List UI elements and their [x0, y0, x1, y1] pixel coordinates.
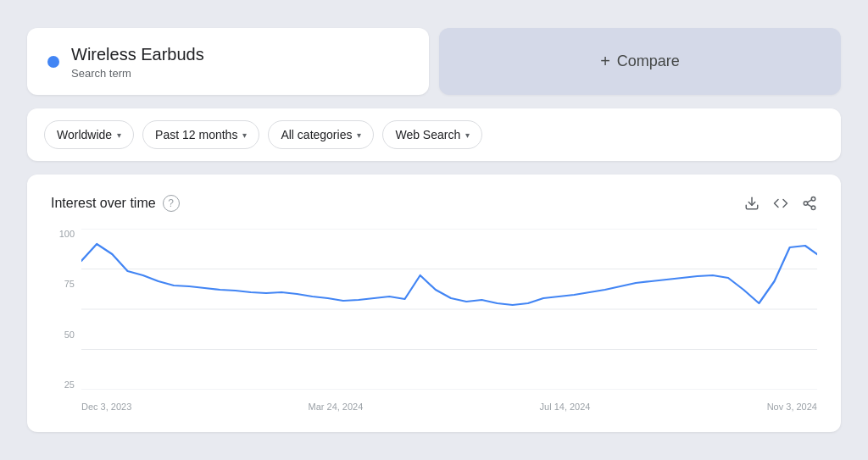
- y-label-25: 25: [64, 380, 75, 390]
- y-label-75: 75: [64, 279, 75, 289]
- term-color-dot: [47, 56, 59, 68]
- x-axis: Dec 3, 2023 Mar 24, 2024 Jul 14, 2024 No…: [81, 390, 817, 415]
- chart-header: Interest over time ?: [51, 195, 817, 212]
- x-label-jul: Jul 14, 2024: [540, 402, 591, 412]
- search-term-text: Wireless Earbuds Search term: [71, 43, 204, 80]
- chart-area: 100 75 50 25: [51, 229, 817, 415]
- svg-line-5: [807, 200, 811, 202]
- filters-card: Worldwide ▾ Past 12 months ▾ All categor…: [27, 108, 841, 161]
- filter-search-type-label: Web Search: [395, 128, 460, 141]
- chevron-down-icon: ▾: [465, 130, 470, 140]
- help-icon[interactable]: ?: [163, 195, 180, 212]
- line-chart-svg: [81, 229, 817, 390]
- filter-time[interactable]: Past 12 months ▾: [142, 120, 259, 149]
- chart-inner: [81, 229, 817, 390]
- x-label-dec: Dec 3, 2023: [81, 402, 131, 412]
- y-label-100: 100: [59, 229, 75, 239]
- filter-category[interactable]: All categories ▾: [268, 120, 374, 149]
- filter-category-label: All categories: [281, 128, 352, 141]
- chevron-down-icon: ▾: [117, 130, 121, 140]
- chart-title-group: Interest over time ?: [51, 195, 180, 212]
- x-label-nov: Nov 3, 2024: [767, 402, 817, 412]
- chart-actions: [744, 196, 817, 211]
- y-axis: 100 75 50 25: [51, 229, 81, 390]
- chevron-down-icon: ▾: [242, 130, 247, 140]
- search-term-title: Wireless Earbuds: [71, 43, 204, 65]
- y-label-50: 50: [64, 330, 75, 340]
- x-label-mar: Mar 24, 2024: [309, 402, 364, 412]
- filter-geo-label: Worldwide: [57, 128, 112, 141]
- top-row: Wireless Earbuds Search term + Compare: [27, 28, 841, 95]
- chevron-down-icon: ▾: [357, 130, 361, 140]
- compare-plus-icon: +: [600, 52, 610, 71]
- main-container: Wireless Earbuds Search term + Compare W…: [27, 28, 841, 432]
- download-icon[interactable]: [744, 196, 760, 211]
- filter-time-label: Past 12 months: [155, 128, 237, 141]
- search-term-subtitle: Search term: [71, 67, 204, 80]
- svg-line-4: [807, 204, 811, 207]
- share-icon[interactable]: [802, 196, 817, 211]
- chart-card: Interest over time ?: [27, 175, 841, 432]
- embed-code-icon[interactable]: [773, 196, 788, 211]
- filter-search-type[interactable]: Web Search ▾: [382, 120, 482, 149]
- chart-title: Interest over time: [51, 196, 156, 211]
- search-term-card: Wireless Earbuds Search term: [27, 28, 429, 95]
- compare-card[interactable]: + Compare: [439, 28, 841, 95]
- filter-geo[interactable]: Worldwide ▾: [44, 120, 134, 149]
- compare-label: Compare: [617, 53, 680, 70]
